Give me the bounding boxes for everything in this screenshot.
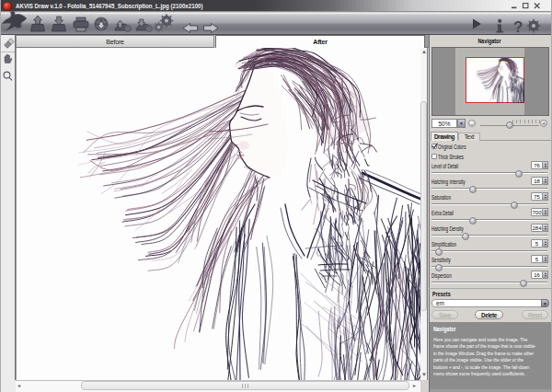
svg-text:?: ? — [513, 18, 523, 36]
